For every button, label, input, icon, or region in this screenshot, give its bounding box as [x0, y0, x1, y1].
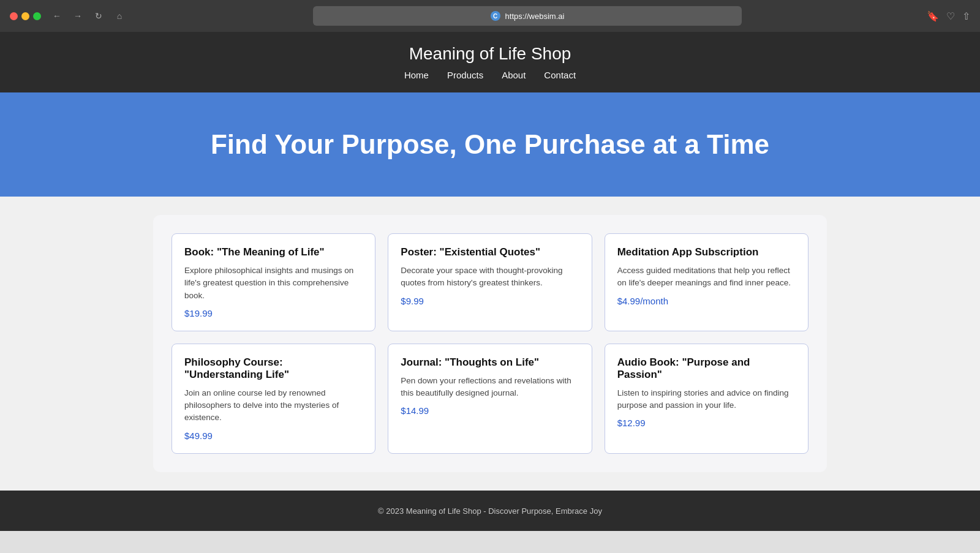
footer-text: © 2023 Meaning of Life Shop - Discover P… — [378, 506, 602, 516]
close-button[interactable] — [10, 12, 18, 20]
products-section: Book: "The Meaning of Life"Explore philo… — [0, 197, 980, 491]
product-price-0: $19.99 — [184, 308, 363, 318]
favorites-icon[interactable]: ♡ — [946, 10, 955, 22]
product-name-1: Poster: "Existential Quotes" — [401, 246, 579, 258]
product-description-5: Listen to inspiring stories and advice o… — [617, 387, 796, 412]
nav-about[interactable]: About — [502, 70, 526, 80]
product-price-4: $14.99 — [401, 405, 579, 416]
product-description-0: Explore philosophical insights and musin… — [184, 265, 363, 302]
products-container: Book: "The Meaning of Life"Explore philo… — [153, 215, 827, 472]
nav-products[interactable]: Products — [447, 70, 483, 80]
hero-title: Find Your Purpose, One Purchase at a Tim… — [12, 129, 968, 160]
product-description-1: Decorate your space with thought-provoki… — [401, 265, 579, 290]
reload-button[interactable]: ↻ — [90, 7, 107, 24]
hero-section: Find Your Purpose, One Purchase at a Tim… — [0, 92, 980, 197]
product-price-3: $49.99 — [184, 431, 363, 441]
browser-chrome: ← → ↻ ⌂ C https://websim.ai 🔖 ♡ ⇧ — [0, 0, 980, 32]
product-description-4: Pen down your reflections and revelation… — [401, 375, 579, 400]
minimize-button[interactable] — [21, 12, 29, 20]
nav-home[interactable]: Home — [404, 70, 429, 80]
product-name-5: Audio Book: "Purpose and Passion" — [617, 356, 796, 381]
product-price-1: $9.99 — [401, 296, 579, 306]
product-card-3[interactable]: Philosophy Course: "Understanding Life"J… — [172, 344, 375, 454]
product-card-1[interactable]: Poster: "Existential Quotes"Decorate you… — [388, 233, 592, 331]
site-title: Meaning of Life Shop — [12, 44, 968, 64]
product-card-0[interactable]: Book: "The Meaning of Life"Explore philo… — [172, 233, 375, 331]
site-icon: C — [491, 11, 500, 21]
forward-button[interactable]: → — [69, 7, 86, 24]
fullscreen-button[interactable] — [33, 12, 41, 20]
product-description-2: Access guided meditations that help you … — [617, 265, 796, 290]
traffic-lights — [10, 12, 41, 20]
browser-bottom-bar — [0, 531, 980, 554]
product-name-4: Journal: "Thoughts on Life" — [401, 356, 579, 369]
site-header: Meaning of Life Shop Home Products About… — [0, 32, 980, 92]
back-button[interactable]: ← — [48, 7, 66, 24]
products-grid: Book: "The Meaning of Life"Explore philo… — [172, 233, 809, 454]
product-card-5[interactable]: Audio Book: "Purpose and Passion"Listen … — [605, 344, 809, 454]
site-nav: Home Products About Contact — [12, 70, 968, 80]
url-text: https://websim.ai — [505, 12, 565, 21]
product-price-2: $4.99/month — [617, 296, 796, 306]
address-bar[interactable]: C https://websim.ai — [313, 6, 742, 26]
product-card-2[interactable]: Meditation App SubscriptionAccess guided… — [605, 233, 809, 331]
product-price-5: $12.99 — [617, 418, 796, 428]
bookmark-icon[interactable]: 🔖 — [927, 10, 939, 22]
product-name-2: Meditation App Subscription — [617, 246, 796, 258]
product-description-3: Join an online course led by renowned ph… — [184, 387, 363, 424]
site-footer: © 2023 Meaning of Life Shop - Discover P… — [0, 491, 980, 531]
share-icon[interactable]: ⇧ — [962, 10, 970, 22]
browser-actions: 🔖 ♡ ⇧ — [927, 10, 970, 22]
product-name-3: Philosophy Course: "Understanding Life" — [184, 356, 363, 381]
browser-navigation: ← → ↻ ⌂ — [48, 7, 128, 24]
home-button[interactable]: ⌂ — [111, 7, 128, 24]
nav-contact[interactable]: Contact — [544, 70, 576, 80]
product-card-4[interactable]: Journal: "Thoughts on Life"Pen down your… — [388, 344, 592, 454]
product-name-0: Book: "The Meaning of Life" — [184, 246, 363, 258]
